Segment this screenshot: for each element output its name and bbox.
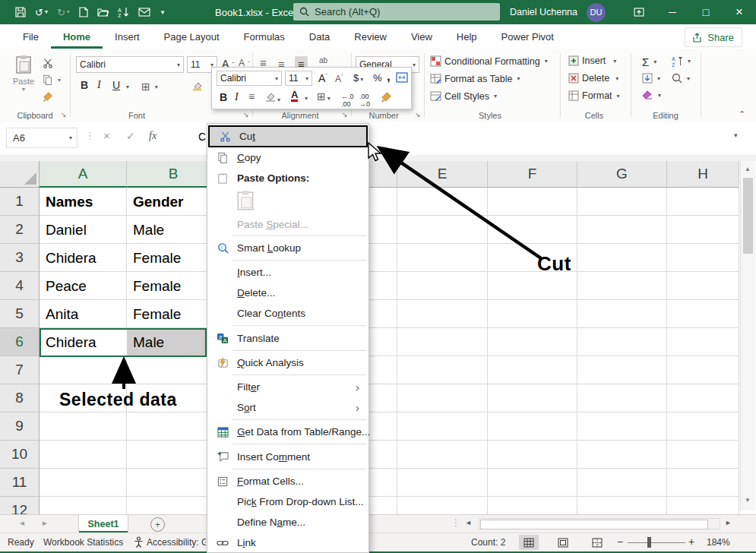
- cell-a3[interactable]: Chidera: [40, 244, 127, 272]
- menu-item-pick-from-dropdown[interactable]: Pick From Drop-down List...: [207, 491, 369, 512]
- mini-format-painter-icon[interactable]: [381, 91, 392, 105]
- delete-cells-button[interactable]: Delete▾: [568, 73, 618, 84]
- mini-increase-font-icon[interactable]: Aˆ: [318, 72, 327, 84]
- ribbon-display-options-button[interactable]: [622, 0, 656, 24]
- fill-down-button[interactable]: ▾: [642, 73, 660, 84]
- close-button[interactable]: ×: [723, 0, 756, 24]
- menu-item-insert[interactable]: Insert...: [207, 262, 369, 283]
- share-button[interactable]: Share: [685, 27, 742, 47]
- sort-az-icon[interactable]: AZ: [118, 7, 129, 17]
- confirm-entry-icon[interactable]: ✓: [126, 130, 135, 142]
- borders-icon[interactable]: ⊞▾: [141, 81, 158, 93]
- mini-font-name-select[interactable]: Calibri▾: [217, 71, 282, 86]
- zoom-level[interactable]: 184%: [707, 537, 730, 548]
- accessibility-status[interactable]: Accessibility: G: [147, 537, 206, 548]
- paste-dropdown-caret[interactable]: ▾: [11, 86, 36, 93]
- customize-qat-icon[interactable]: ▾: [160, 9, 165, 16]
- zoom-slider-handle[interactable]: [647, 537, 651, 548]
- mini-merge-center-icon[interactable]: [396, 72, 408, 85]
- underline-caret[interactable]: ▾: [126, 84, 129, 90]
- column-header-a[interactable]: A: [40, 161, 127, 188]
- menu-item-get-data-from-table[interactable]: Get Data from Table/Range...: [207, 422, 369, 442]
- page-layout-view-icon[interactable]: [553, 535, 573, 550]
- mini-comma-style-icon[interactable]: ,: [387, 69, 391, 84]
- mini-percent-icon[interactable]: %: [373, 72, 382, 84]
- formula-content[interactable]: C: [198, 131, 206, 143]
- format-painter-icon[interactable]: [43, 91, 53, 102]
- mini-increase-decimal-icon[interactable]: .00→0: [359, 93, 370, 108]
- name-box-caret[interactable]: ▾: [69, 134, 72, 141]
- menu-item-copy[interactable]: Copy: [207, 147, 369, 168]
- row-header-8[interactable]: 8: [0, 384, 40, 412]
- user-name[interactable]: Daniel Uchenna: [510, 7, 577, 17]
- normal-view-icon[interactable]: [519, 535, 539, 550]
- prev-sheet-icon[interactable]: ◄: [18, 519, 26, 527]
- menu-item-link[interactable]: Link: [207, 532, 369, 553]
- alignment-dialog-launcher[interactable]: ↘: [342, 111, 348, 118]
- paste-preview-button[interactable]: [207, 188, 369, 214]
- number-dialog-launcher[interactable]: ↘: [415, 111, 421, 118]
- mini-italic-button[interactable]: I: [235, 91, 239, 103]
- collapse-ribbon-icon[interactable]: ⌃: [739, 109, 745, 119]
- row-header-12[interactable]: 12: [0, 497, 40, 514]
- menu-item-format-cells[interactable]: Format Cells...: [207, 471, 369, 491]
- copy-icon[interactable]: ▾: [43, 74, 61, 85]
- tab-view[interactable]: View: [399, 24, 444, 49]
- open-folder-icon[interactable]: [97, 8, 109, 17]
- select-all-corner[interactable]: [0, 161, 40, 188]
- new-file-icon[interactable]: [79, 7, 88, 17]
- column-header-e[interactable]: E: [397, 161, 488, 188]
- zoom-in-icon[interactable]: +: [688, 536, 694, 548]
- tab-page-layout[interactable]: Page Layout: [152, 24, 232, 49]
- undo-button[interactable]: ↺▾: [35, 8, 48, 17]
- horizontal-scroll-thumb[interactable]: [480, 520, 708, 529]
- tab-file[interactable]: File: [11, 24, 51, 49]
- row-header-11[interactable]: 11: [0, 469, 40, 497]
- font-dialog-launcher[interactable]: ↘: [243, 111, 249, 118]
- clear-button[interactable]: ▾: [642, 90, 661, 100]
- name-box[interactable]: A6 ▾: [6, 128, 77, 148]
- sort-filter-button[interactable]: AZ ▾: [672, 55, 691, 67]
- page-break-view-icon[interactable]: [587, 535, 607, 550]
- mini-center-align-icon[interactable]: ≡: [248, 90, 255, 103]
- save-icon[interactable]: [15, 7, 26, 17]
- mini-fill-color-icon[interactable]: ▾: [265, 92, 280, 104]
- autosum-button[interactable]: Σ▾: [642, 55, 656, 68]
- mini-font-size-select[interactable]: 11▾: [285, 71, 312, 86]
- cut-icon[interactable]: [43, 58, 53, 68]
- maximize-button[interactable]: □: [689, 0, 723, 24]
- format-cells-ribbon-button[interactable]: Format▾: [568, 90, 620, 101]
- tab-help[interactable]: Help: [444, 24, 489, 49]
- row-header-7[interactable]: 7: [0, 356, 40, 384]
- row-header-4[interactable]: 4: [0, 272, 40, 300]
- workbook-statistics-button[interactable]: Workbook Statistics: [43, 537, 123, 548]
- menu-item-smart-lookup[interactable]: i Smart Lookup: [207, 238, 369, 258]
- scroll-down-icon[interactable]: ▼: [741, 494, 754, 506]
- zoom-slider-track[interactable]: [628, 542, 685, 543]
- minimize-button[interactable]: ─: [656, 0, 689, 24]
- redo-button[interactable]: ↻▾: [57, 8, 70, 17]
- mini-font-color-caret[interactable]: ▾: [305, 95, 308, 102]
- menu-item-filter[interactable]: Filter ›: [207, 377, 369, 397]
- tab-data[interactable]: Data: [297, 24, 342, 49]
- search-input[interactable]: Search (Alt+Q): [293, 3, 500, 21]
- tab-power-pivot[interactable]: Power Pivot: [489, 24, 566, 49]
- scroll-up-icon[interactable]: ▲: [741, 163, 754, 175]
- horizontal-scrollbar[interactable]: [479, 518, 720, 529]
- sheet-tab-sheet1[interactable]: Sheet1: [78, 515, 128, 532]
- vertical-scroll-thumb[interactable]: [743, 178, 753, 254]
- mini-decrease-font-icon[interactable]: Aˇ: [335, 73, 343, 84]
- underline-button[interactable]: U: [112, 79, 120, 91]
- tab-formulas[interactable]: Formulas: [232, 24, 297, 49]
- insert-function-icon[interactable]: fx: [149, 130, 157, 142]
- menu-item-quick-analysis[interactable]: Quick Analysis: [207, 352, 369, 373]
- cell-a4[interactable]: Peace: [40, 272, 127, 300]
- column-header-f[interactable]: F: [488, 161, 577, 188]
- row-header-5[interactable]: 5: [0, 300, 40, 328]
- menu-item-insert-comment[interactable]: Insert Comment: [207, 446, 369, 467]
- email-icon[interactable]: [138, 8, 150, 17]
- hscroll-left-icon[interactable]: ◄: [465, 519, 472, 526]
- cell-a5[interactable]: Anita: [40, 300, 127, 328]
- menu-item-define-name[interactable]: Define Name...: [207, 512, 369, 532]
- menu-item-translate[interactable]: aA Translate: [207, 327, 369, 349]
